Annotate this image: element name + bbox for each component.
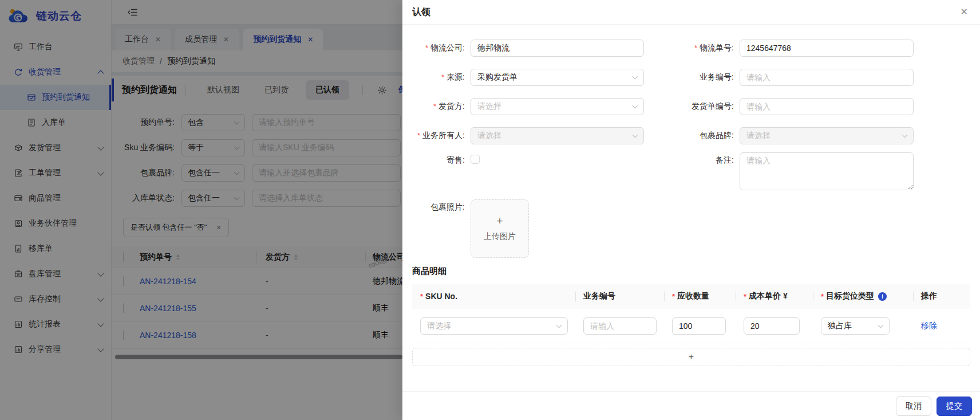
label-text: 物流单号:: [700, 43, 734, 53]
label-text: 业务编号:: [700, 72, 734, 83]
upload-label: 上传图片: [484, 231, 516, 242]
label-text: 来源:: [446, 72, 465, 83]
biz-no-input[interactable]: [740, 69, 914, 86]
label-text: 业务所有人:: [422, 131, 465, 141]
add-row-button[interactable]: +: [412, 348, 970, 366]
remove-row-link[interactable]: 移除: [921, 321, 937, 331]
field-label: 包裹照片:: [412, 197, 471, 261]
modal-title: 认领: [412, 6, 430, 18]
label-text: 发货方:: [438, 101, 465, 112]
chevron-down-icon: [633, 73, 638, 79]
close-icon[interactable]: ✕: [961, 7, 968, 17]
field-label: 包裹品牌:: [644, 121, 740, 150]
select-value: 独占库: [828, 321, 852, 331]
field-label: *物流单号:: [644, 33, 740, 62]
label-text: 包裹照片:: [430, 202, 465, 213]
required-mark: *: [425, 44, 428, 52]
label-text: 寄售:: [446, 155, 465, 166]
modal-footer: 取消 提交: [402, 391, 980, 420]
detail-column-action: 操作: [913, 291, 970, 301]
modal-header: 认领 ✕: [402, 0, 980, 25]
required-mark: *: [420, 292, 423, 301]
field-label: 寄售:: [412, 150, 471, 197]
modal-body: *物流公司: *物流单号: *来源: 采购发货单 业务编号: *发货方: 请选择…: [402, 25, 980, 391]
chevron-down-icon: [878, 322, 884, 328]
select-placeholder: 请选择: [746, 131, 770, 141]
package-brand-select[interactable]: 请选择: [740, 127, 914, 144]
tracking-no-input[interactable]: [740, 40, 914, 57]
detail-column-price: *成本单价 ¥: [736, 291, 813, 301]
required-mark: *: [744, 292, 746, 301]
required-mark: *: [821, 292, 824, 301]
required-mark: *: [433, 102, 436, 111]
column-label: 应收数量: [677, 291, 709, 301]
required-mark: *: [672, 292, 675, 301]
column-label: 成本单价 ¥: [749, 291, 788, 301]
required-mark: *: [441, 73, 444, 81]
detail-column-location-type: *目标货位类型i: [813, 291, 913, 301]
chevron-down-icon: [633, 132, 638, 138]
shipping-order-no-input[interactable]: [740, 98, 914, 115]
field-label: 发货单编号:: [644, 92, 740, 121]
detail-section-title: 商品明细: [412, 266, 970, 277]
detail-column-qty: *应收数量: [664, 291, 736, 301]
label-text: 包裹品牌:: [700, 131, 734, 141]
unit-price-input[interactable]: [744, 317, 800, 335]
required-mark: *: [417, 131, 420, 140]
chevron-down-icon: [556, 322, 562, 328]
qty-input[interactable]: [672, 317, 726, 335]
field-label: 备注:: [644, 150, 740, 197]
required-mark: *: [694, 44, 697, 52]
field-label: *业务所有人:: [412, 121, 471, 150]
column-label: 目标货位类型: [826, 291, 874, 301]
claim-modal: 认领 ✕ *物流公司: *物流单号: *来源: 采购发货单 业务编号: *发货方…: [402, 0, 980, 420]
upload-image-button[interactable]: + 上传图片: [471, 199, 529, 258]
chevron-down-icon: [902, 132, 908, 138]
detail-column-sku: *SKU No.: [412, 292, 575, 301]
claim-form: *物流公司: *物流单号: *来源: 采购发货单 业务编号: *发货方: 请选择…: [412, 33, 970, 261]
info-icon[interactable]: i: [878, 292, 887, 301]
label-text: 发货单编号:: [691, 101, 734, 112]
select-placeholder: 请选择: [477, 131, 501, 141]
page: 链动云仓 工作台 收货管理 预约到货通知 入库单: [0, 0, 980, 420]
label-text: 备注:: [716, 155, 734, 166]
column-label: 业务编号: [583, 291, 615, 301]
label-text: 物流公司:: [430, 43, 465, 53]
chevron-down-icon: [633, 103, 638, 108]
location-type-select[interactable]: 独占库: [821, 317, 890, 335]
shipper-select[interactable]: 请选择: [471, 98, 644, 115]
field-label: 业务编号:: [644, 62, 740, 92]
select-placeholder: 请选择: [477, 101, 501, 112]
item-biz-no-input[interactable]: [583, 317, 657, 335]
plus-icon: +: [496, 215, 503, 226]
submit-button[interactable]: 提交: [936, 397, 972, 416]
field-label: *来源:: [412, 62, 471, 92]
sku-select[interactable]: 请选择: [420, 317, 568, 335]
biz-owner-select[interactable]: 请选择: [471, 127, 644, 144]
detail-column-biz: 业务编号: [575, 291, 664, 301]
plus-icon: +: [689, 352, 694, 362]
source-select[interactable]: 采购发货单: [471, 69, 644, 86]
detail-item-row: 请选择 独占库 移除: [412, 309, 970, 343]
remark-textarea[interactable]: [740, 152, 914, 190]
column-label: 操作: [921, 291, 937, 301]
detail-header-row: *SKU No. 业务编号 *应收数量 *成本单价 ¥ *目标货位类型i 操作: [412, 284, 970, 309]
column-label: SKU No.: [425, 292, 457, 301]
logistics-company-input[interactable]: [471, 40, 644, 57]
select-value: 采购发货单: [477, 72, 517, 83]
field-label: *物流公司:: [412, 33, 471, 62]
select-placeholder: 请选择: [427, 321, 451, 331]
consignment-checkbox[interactable]: [471, 155, 480, 164]
cancel-button[interactable]: 取消: [896, 397, 931, 416]
field-label: *发货方:: [412, 92, 471, 121]
